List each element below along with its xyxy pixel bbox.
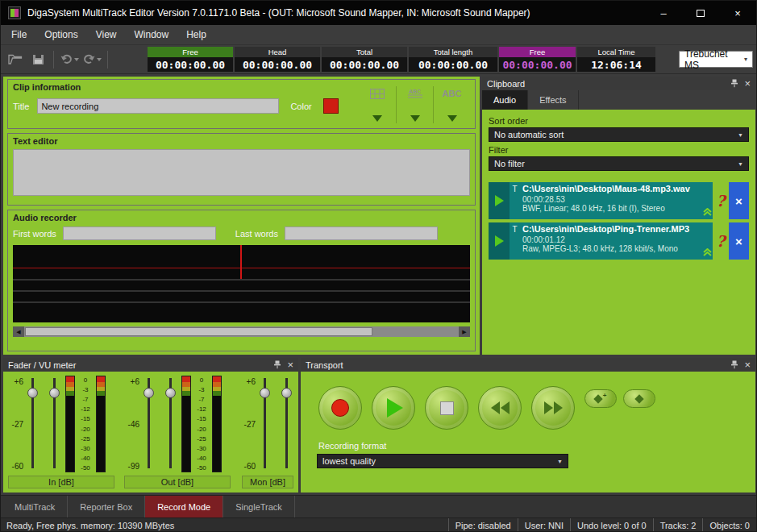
fast-forward-button[interactable] xyxy=(531,386,575,430)
menu-view[interactable]: View xyxy=(87,26,126,44)
waveform-scrollbar[interactable]: ◀ ▶ xyxy=(13,326,470,337)
close-icon[interactable]: × xyxy=(744,78,751,89)
stop-icon xyxy=(440,401,454,415)
tab-record-mode[interactable]: Record Mode xyxy=(145,496,223,517)
status-user: User: NNI xyxy=(518,518,570,532)
text-table-button[interactable]: ABC xyxy=(396,86,433,123)
fader-slider[interactable] xyxy=(260,376,270,472)
play-icon xyxy=(495,195,504,206)
transport-panel: Transport × + Recording form xyxy=(301,358,755,493)
chevron-down-icon: ▼ xyxy=(738,161,743,167)
sort-order-select[interactable]: No automatic sort ▼ xyxy=(489,127,749,142)
fader-group-label: Out [dB] xyxy=(124,476,231,488)
fader-slider[interactable] xyxy=(49,376,60,472)
rewind-button[interactable] xyxy=(478,386,522,430)
close-icon[interactable]: × xyxy=(287,360,293,370)
record-button[interactable] xyxy=(318,386,362,430)
menu-help[interactable]: Help xyxy=(177,26,215,44)
fader-knob[interactable] xyxy=(49,388,60,398)
add-object-button[interactable]: + xyxy=(584,389,617,408)
fader-vu-panel: Fader / VU meter × +6 -27 -60 xyxy=(3,358,298,493)
playback-cursor[interactable] xyxy=(240,245,242,279)
waveform-track xyxy=(13,303,470,322)
open-file-button[interactable] xyxy=(4,48,27,71)
menu-window[interactable]: Window xyxy=(126,26,178,44)
object-options-button[interactable] xyxy=(623,389,655,408)
scrollbar-thumb[interactable] xyxy=(25,327,372,336)
close-button[interactable]: × xyxy=(719,1,756,25)
last-words-input[interactable] xyxy=(285,227,438,240)
fader-slider[interactable] xyxy=(165,376,176,472)
fader-group-label: Mon [dB] xyxy=(242,476,293,488)
fader-knob[interactable] xyxy=(143,388,154,398)
fader-scale: +6 -27 -60 xyxy=(242,376,258,472)
tab-singletrack[interactable]: SingleTrack xyxy=(223,496,295,517)
pin-icon[interactable] xyxy=(273,360,281,369)
undo-button[interactable] xyxy=(58,48,81,71)
status-pipe: Pipe: disabled xyxy=(448,518,518,532)
status-message: Ready, Free phys. memory: 10390 MBytes xyxy=(1,518,448,532)
scroll-left-icon[interactable]: ◀ xyxy=(13,326,24,337)
recording-format-select[interactable]: lowest quality ▼ xyxy=(317,454,568,468)
redo-button[interactable] xyxy=(81,48,103,71)
remove-clip-button[interactable]: × xyxy=(729,182,749,219)
text-style-button[interactable]: ABC xyxy=(433,86,470,123)
numbering-table-button[interactable] xyxy=(359,86,396,123)
stop-button[interactable] xyxy=(425,386,468,430)
first-words-input[interactable] xyxy=(63,227,216,240)
group-header: Text editor xyxy=(8,134,475,146)
maximize-button[interactable] xyxy=(682,1,719,25)
tab-reporter-box[interactable]: Reporter Box xyxy=(68,496,145,517)
tab-effects[interactable]: Effects xyxy=(528,90,578,110)
clip-info[interactable]: C:\Users\nin\Desktop\Ping-Trenner.MP3 00… xyxy=(520,222,713,260)
scrollbar-track[interactable] xyxy=(24,326,459,337)
chevron-up-icon[interactable] xyxy=(703,205,712,219)
save-button[interactable] xyxy=(27,48,49,71)
fader-knob[interactable] xyxy=(165,388,176,398)
meter-scale: 0-3 -7-12 -15-20 -25-30 -40-50 xyxy=(191,376,212,472)
filter-select[interactable]: No filter ▼ xyxy=(489,156,749,171)
color-swatch-button[interactable] xyxy=(323,98,339,114)
pin-icon[interactable] xyxy=(730,79,738,88)
play-button[interactable] xyxy=(372,386,415,430)
waveform-display[interactable] xyxy=(13,245,470,322)
track-type-badge: T xyxy=(510,222,520,260)
toolbar-separator xyxy=(107,51,108,69)
menu-options[interactable]: Options xyxy=(35,26,86,44)
redo-icon xyxy=(83,54,95,64)
tab-multitrack[interactable]: MultiTrack xyxy=(2,496,68,517)
tab-audio[interactable]: Audio xyxy=(482,90,528,110)
fast-forward-icon xyxy=(544,401,563,414)
fader-slider[interactable] xyxy=(281,376,292,472)
minimize-button[interactable]: – xyxy=(645,1,682,25)
clipboard-item[interactable]: T C:\Users\nin\Desktop\Maus-48.mp3.wav 0… xyxy=(489,182,749,219)
play-button[interactable] xyxy=(489,182,510,219)
play-icon xyxy=(495,235,504,247)
diamond-plus-icon xyxy=(593,394,602,403)
title-bar: DigaSystem MultiTrack Editor Version 7.0… xyxy=(1,1,756,25)
scroll-right-icon[interactable]: ▶ xyxy=(459,326,470,337)
fader-knob[interactable] xyxy=(27,388,38,398)
vu-meter-bar xyxy=(96,376,106,472)
fader-slider[interactable] xyxy=(27,376,38,472)
clipboard-body: Sort order No automatic sort ▼ Filter No… xyxy=(482,110,755,355)
remove-clip-button[interactable]: × xyxy=(729,222,749,260)
menu-file[interactable]: File xyxy=(2,26,35,44)
title-input[interactable] xyxy=(37,98,279,114)
question-icon[interactable]: ? xyxy=(713,222,729,260)
clipboard-item[interactable]: T C:\Users\nin\Desktop\Ping-Trenner.MP3 … xyxy=(489,222,749,260)
waveform-track xyxy=(13,292,470,301)
clip-info[interactable]: C:\Users\nin\Desktop\Maus-48.mp3.wav 00:… xyxy=(520,182,713,219)
pin-icon[interactable] xyxy=(730,360,738,369)
play-button[interactable] xyxy=(489,222,510,260)
status-bar: Ready, Free phys. memory: 10390 MBytes P… xyxy=(1,517,756,532)
question-icon[interactable]: ? xyxy=(713,182,729,219)
chevron-up-icon[interactable] xyxy=(703,245,712,260)
fader-knob[interactable] xyxy=(260,388,270,398)
fader-knob[interactable] xyxy=(281,388,292,398)
text-editor-area[interactable] xyxy=(13,149,470,196)
timecode-total: Total 00:00:00.00 xyxy=(322,47,407,72)
close-icon[interactable]: × xyxy=(744,360,751,370)
fader-slider[interactable] xyxy=(143,376,154,472)
font-selector[interactable]: Trebuchet MS ▾ xyxy=(679,51,753,68)
